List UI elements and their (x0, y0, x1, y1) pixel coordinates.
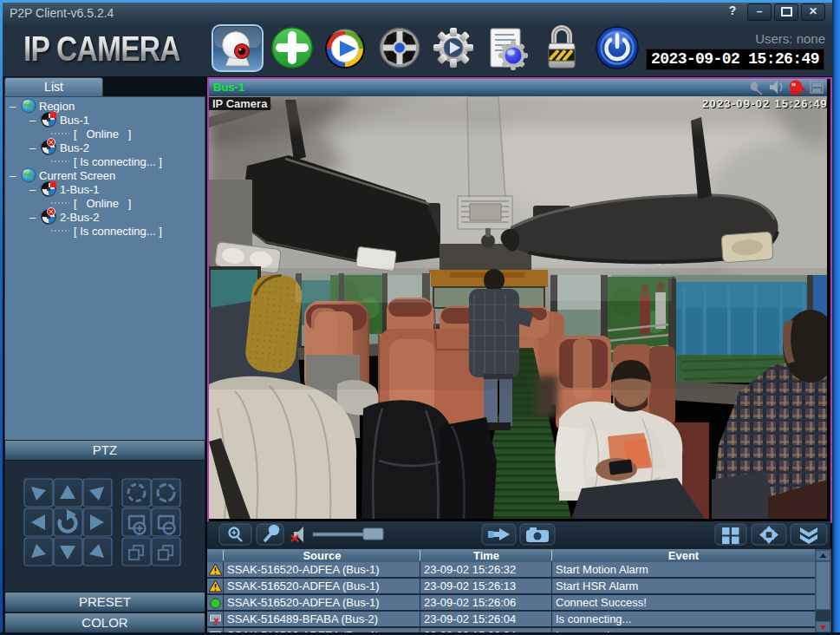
svg-text:Current Screen: Current Screen (39, 169, 115, 182)
svg-text:[ Is connecting... ]: [ Is connecting... ] (74, 225, 162, 238)
svg-text:–: – (29, 211, 36, 224)
svg-text:Bus-1: Bus-1 (60, 114, 89, 127)
svg-text:[ Is connecting... ]: [ Is connecting... ] (74, 155, 162, 168)
svg-text:–: – (10, 100, 16, 113)
svg-text:–: – (29, 114, 36, 127)
svg-text:[ Online ]: [ Online ] (74, 197, 131, 210)
svg-text:–: – (29, 141, 36, 154)
svg-text:–: – (10, 169, 16, 182)
svg-text:2-Bus-2: 2-Bus-2 (60, 211, 100, 224)
svg-text:[ Online ]: [ Online ] (74, 128, 131, 141)
svg-text:1-Bus-1: 1-Bus-1 (60, 183, 100, 196)
svg-text:–: – (29, 183, 36, 196)
svg-text:Region: Region (39, 100, 75, 113)
svg-text:Bus-2: Bus-2 (60, 141, 89, 154)
